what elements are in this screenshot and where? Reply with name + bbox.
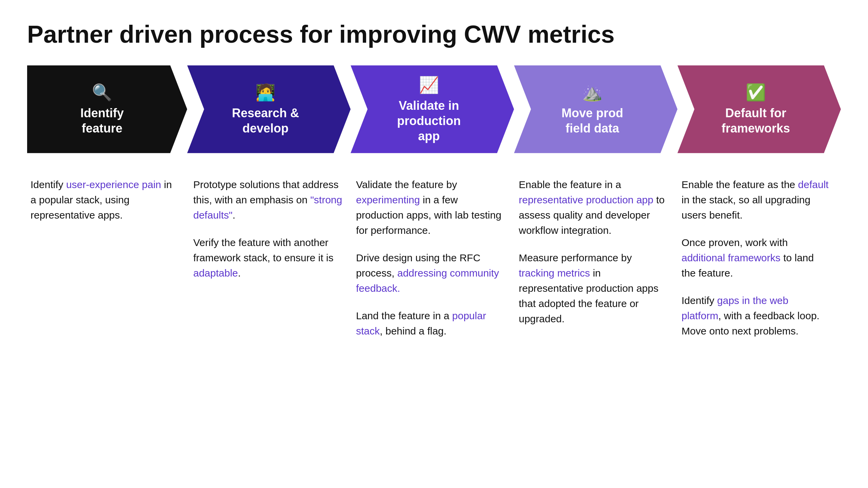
validate-content-col: Validate the feature by experimenting in… [353,174,515,342]
default-p3: Identify gaps in the web platform, with … [682,293,831,339]
move-p2: Measure performance by tracking metrics … [519,250,668,326]
default-label: Default forframeworks [722,105,790,136]
arrow-move: ⛰️ Move prodfield data [514,65,677,153]
arrows-row: 🔍 Identifyfeature 🧑‍💻 Research &develop … [27,65,841,153]
move-label: Move prodfield data [561,105,623,136]
validate-p2: Drive design using the RFC process, addr… [356,250,505,296]
research-label: Research &develop [232,105,299,136]
representative-production-app-link[interactable]: representative production app [519,194,653,205]
popular-stack-link[interactable]: popular stack [356,310,486,337]
content-row: Identify user-experience pain in a popul… [27,174,841,342]
gaps-web-platform-link[interactable]: gaps in the web platform [682,295,788,321]
identify-label: Identifyfeature [80,105,124,136]
arrow-research: 🧑‍💻 Research &develop [187,65,351,153]
arrow-default: ✅ Default forframeworks [677,65,841,153]
default-icon: ✅ [746,82,766,103]
tracking-metrics-link[interactable]: tracking metrics [519,267,590,279]
move-icon: ⛰️ [582,82,603,103]
default-link[interactable]: default [798,179,829,190]
validate-icon: 📈 [419,75,439,95]
validate-p1: Validate the feature by experimenting in… [356,177,505,238]
page-title: Partner driven process for improving CWV… [27,20,841,48]
research-content-col: Prototype solutions that address this, w… [190,174,353,284]
identify-p1: Identify user-experience pain in a popul… [31,177,180,223]
arrow-validate: 📈 Validate inproductionapp [351,65,514,153]
additional-frameworks-link[interactable]: additional frameworks [682,252,781,263]
research-icon: 🧑‍💻 [255,82,276,103]
move-content-col: Enable the feature in a representative p… [515,174,678,330]
arrow-identify: 🔍 Identifyfeature [27,65,187,153]
user-experience-pain-link[interactable]: user-experience pain [66,179,161,190]
research-p1: Prototype solutions that address this, w… [193,177,342,223]
identify-content-col: Identify user-experience pain in a popul… [27,174,190,226]
default-p2: Once proven, work with additional framew… [682,235,831,281]
default-p1: Enable the feature as the default in the… [682,177,831,223]
research-p2: Verify the feature with another framewor… [193,235,342,281]
validate-label: Validate inproductionapp [397,98,461,144]
move-p1: Enable the feature in a representative p… [519,177,668,238]
default-content-col: Enable the feature as the default in the… [678,174,841,342]
identify-icon: 🔍 [92,82,112,103]
strong-defaults-link[interactable]: "strong defaults" [193,194,342,221]
addressing-community-link[interactable]: addressing community feedback. [356,267,499,294]
adaptable-link[interactable]: adaptable [193,267,238,279]
validate-p3: Land the feature in a popular stack, beh… [356,308,505,339]
experimenting-link[interactable]: experimenting [356,194,420,205]
